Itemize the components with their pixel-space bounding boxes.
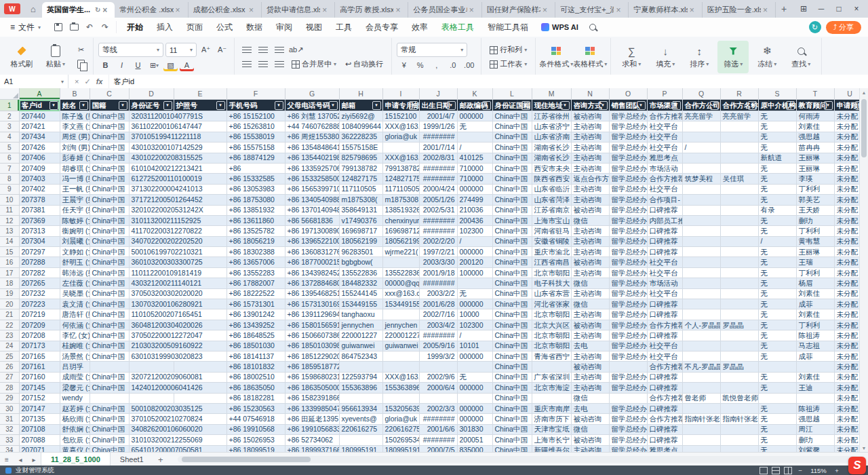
cell-C30[interactable]: China中国 — [90, 403, 129, 413]
column-header-B[interactable]: B — [60, 88, 90, 100]
cell-B24[interactable]: 桂婉唯 (女 — [60, 341, 90, 351]
cell-B12[interactable]: 陈敏婷 (女 — [60, 215, 90, 225]
cell-U6[interactable]: 未分配 — [834, 153, 860, 163]
cell-M16[interactable]: 江西省南昌 — [532, 257, 571, 267]
cell-T7[interactable]: 王丽琳 — [796, 163, 834, 173]
cell-P34[interactable]: 雅思考点 — [647, 445, 682, 452]
cell-Q3[interactable] — [682, 121, 720, 132]
cell-Q15[interactable] — [682, 247, 720, 257]
align-left-icon[interactable] — [239, 58, 254, 71]
cell-R7[interactable] — [720, 163, 758, 173]
cell-J26[interactable] — [419, 362, 457, 372]
cell-N23[interactable]: 主动咨询 — [571, 330, 609, 341]
cell-G8[interactable]: +86 1533258500 — [285, 174, 339, 184]
cell-F22[interactable]: +86 13439252 — [226, 320, 285, 330]
cell-N25[interactable]: 主动咨询 — [571, 351, 609, 361]
row-header-4[interactable]: 4 — [0, 132, 19, 142]
cell-M19[interactable]: 山东省东营 — [532, 288, 571, 299]
cell-N31[interactable]: 被动咨询 — [571, 414, 609, 424]
borders-button[interactable]: ⊞▾ — [147, 59, 161, 71]
conditional-format-button[interactable]: 条件格式▾ — [540, 41, 572, 73]
formula-input[interactable]: 客户id — [109, 75, 868, 88]
cell-A28[interactable]: 207145 — [19, 383, 60, 393]
cell-Q22[interactable]: 个人-罗晶晶 — [682, 320, 720, 330]
cell-I7[interactable]: 799138782 — [382, 163, 419, 173]
cell-S6[interactable]: 新航道 — [758, 153, 796, 163]
cell-K29[interactable] — [457, 393, 492, 403]
cell-G21[interactable]: +86 1391129694 — [285, 309, 339, 320]
cell-N26[interactable]: 被动咨询 — [571, 362, 609, 372]
cell-M15[interactable]: 重庆市渝北 — [532, 247, 571, 257]
cell-J33[interactable]: ######## — [419, 435, 457, 445]
cell-M12[interactable]: 上海市宝山 — [532, 215, 571, 225]
cell-L3[interactable]: China中国 — [492, 121, 532, 132]
close-tab-icon[interactable]: × — [102, 6, 110, 14]
cell-A24[interactable]: 207173 — [19, 341, 60, 351]
cell-S8[interactable]: 无 — [758, 174, 796, 184]
cell-D25[interactable]: 630103199903020823 — [129, 351, 174, 361]
cell-M5[interactable]: 湖南省长沙 — [532, 142, 571, 153]
cell-J24[interactable]: 2005/9/16 — [419, 341, 457, 351]
cell-N14[interactable]: 主动咨询 — [571, 236, 609, 246]
cell-U13[interactable]: 未分配 — [834, 226, 860, 236]
cell-C29[interactable] — [90, 393, 129, 403]
cell-Q32[interactable] — [682, 424, 720, 434]
file-tab[interactable]: 医护五险一金.xlsx× — [703, 2, 776, 18]
cell-D7[interactable]: 610104200212213421 — [129, 163, 174, 173]
cell-S13[interactable]: 无 — [758, 226, 796, 236]
cell-C20[interactable]: China中国 — [90, 299, 129, 309]
cell-F4[interactable]: +86 15538019 — [226, 132, 285, 142]
cell-F8[interactable]: +86 15332585 — [226, 174, 285, 184]
cell-header-U1[interactable]: 申请顾问▼ — [834, 100, 860, 111]
redo-icon[interactable]: ↷ — [98, 21, 112, 33]
cell-G25[interactable]: +86 1851229020 — [285, 351, 339, 361]
cell-D14[interactable]: 340702200202202520 — [129, 236, 174, 246]
sheet-tab-11_28_5_1000[interactable]: 11_28_5_1000 — [41, 453, 111, 466]
cell-F2[interactable]: +86 15152100 — [226, 111, 285, 121]
cell-U30[interactable]: 未分配 — [834, 403, 860, 413]
cell-G16[interactable]: +86 1877000215 — [285, 257, 339, 267]
cell-C19[interactable]: China中国 — [90, 288, 129, 299]
cell-I32[interactable]: 220616275 — [382, 424, 419, 434]
column-header-M[interactable]: M — [532, 88, 571, 100]
cell-K13[interactable]: 102300 — [457, 226, 492, 236]
filter-icon[interactable]: ▼ — [599, 101, 608, 110]
cell-O8[interactable]: 留学总经办 — [609, 174, 647, 184]
cell-J13[interactable]: ######## — [419, 226, 457, 236]
cell-P20[interactable]: 口碑推荐 — [647, 299, 682, 309]
new-tab-button[interactable]: + — [776, 0, 792, 18]
cell-H27[interactable]: 122593794 — [339, 372, 382, 382]
column-header-A[interactable]: A — [19, 88, 60, 100]
cell-P11[interactable]: 口碑推荐 — [647, 205, 682, 215]
cell-C9[interactable]: China中国 — [90, 184, 129, 194]
cell-K30[interactable]: 000000 — [457, 403, 492, 413]
cell-C24[interactable]: China中国 — [90, 341, 129, 351]
cell-B4[interactable]: 周煜 (男) — [60, 132, 90, 142]
cell-H32[interactable]: 220616275 — [339, 424, 382, 434]
cell-B6[interactable]: 彭春婧 (女 — [60, 153, 90, 163]
cell-G5[interactable]: +86 1354848641 — [285, 142, 339, 153]
cell-Q12[interactable] — [682, 215, 720, 225]
cell-H21[interactable]: tanghaoxu — [339, 309, 382, 320]
cell-J20[interactable]: 2001/6/28 — [419, 299, 457, 309]
cell-Q24[interactable] — [682, 341, 720, 351]
cell-C33[interactable]: China中国 — [90, 435, 129, 445]
cell-T5[interactable]: 苗冉冉 — [796, 142, 834, 153]
cell-K31[interactable]: 000000 — [457, 414, 492, 424]
cell-N7[interactable]: 主动咨询 — [571, 163, 609, 173]
cell-R14[interactable] — [720, 236, 758, 246]
cell-C4[interactable]: China中国 — [90, 132, 129, 142]
close-tab-icon[interactable]: × — [469, 6, 477, 14]
cell-L6[interactable]: China中国 — [492, 153, 532, 163]
cell-G31[interactable]: +86 田延老1395 — [285, 414, 339, 424]
cell-A32[interactable]: 207108 — [19, 424, 60, 434]
cell-F21[interactable]: +86 13901242 — [226, 309, 285, 320]
increase-font-icon[interactable]: A⁺ — [199, 44, 213, 56]
cell-A30[interactable]: 207147 — [19, 403, 60, 413]
undo-icon[interactable]: ↶ — [83, 21, 96, 33]
row-header-14[interactable]: 14 — [0, 236, 19, 246]
cell-B16[interactable]: 舒明玉 (女 — [60, 257, 90, 267]
cell-N34[interactable]: 主动咨询 — [571, 445, 609, 452]
menu-tab-视图[interactable]: 视图 — [299, 19, 329, 36]
cell-F17[interactable]: +86 13552283 — [226, 267, 285, 278]
